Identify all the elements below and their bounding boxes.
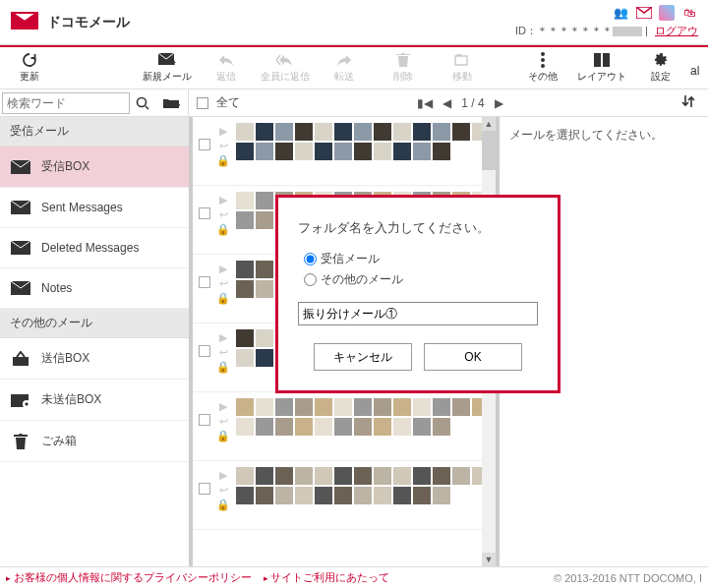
lock-icon: 🔒 [216,223,230,236]
id-masked [613,27,642,36]
search-button[interactable] [130,89,155,117]
svg-rect-9 [603,53,610,67]
header-quick-icons: 👥 🛍 [612,4,698,22]
envelope-icon [10,280,31,296]
lock-icon: 🔒 [216,154,230,167]
reply-icon [217,52,235,68]
flag-icon: ▶ [219,263,227,275]
reply-all-label: 全員に返信 [261,70,310,84]
flag-icon: ▶ [219,125,227,138]
dialog-title: フォルダ名を入力してください。 [298,219,538,237]
logout-link[interactable]: ログアウ [655,25,698,36]
sep: | [645,25,651,36]
svg-point-10 [138,97,147,106]
forward-icon [335,52,353,68]
row-checkbox[interactable] [199,207,210,219]
row-indicators: ▶↩🔒 [216,400,230,442]
scroll-up-button[interactable]: ▲ [482,117,496,131]
layout-icon [593,52,611,68]
radio-other[interactable]: その他のメール [304,271,538,288]
trash-icon [394,52,412,68]
preview-empty-message: メールを選択してください。 [509,128,663,142]
cancel-button[interactable]: キャンセル [314,343,412,371]
search-input[interactable] [2,92,130,114]
radio-received[interactable]: 受信メール [304,251,538,267]
row-checkbox[interactable] [199,139,210,150]
scroll-thumb[interactable] [482,131,496,170]
page-prev-button[interactable]: ◀ [442,96,451,110]
envelope-icon [10,200,31,215]
dots-icon [534,52,552,68]
sidebar-item-deleted[interactable]: Deleted Messages [0,228,189,268]
sidebar-item-outbox[interactable]: 送信BOX [0,338,189,380]
row-indicators: ▶↩🔒 [216,194,230,236]
scroll-down-button[interactable]: ▼ [482,553,496,566]
select-all-label: 全て [216,94,240,111]
select-all-checkbox[interactable] [197,97,208,109]
store-icon[interactable]: 🛍 [680,4,698,22]
reply-indicator-icon: ↩ [219,415,228,428]
settings-button[interactable]: 設定 [631,46,690,90]
row-indicators: ▶↩🔒 [216,331,230,374]
svg-point-5 [541,52,545,56]
gear-icon [652,52,670,68]
flag-icon: ▶ [219,194,227,206]
draft-icon [10,392,31,408]
sidebar-item-sent[interactable]: Sent Messages [0,188,189,228]
sidebar: 受信メール 受信BOX Sent Messages Deleted Messag… [0,117,193,566]
reply-indicator-icon: ↩ [219,484,228,497]
reply-all-icon [276,52,294,68]
folder-dropdown[interactable] [155,89,189,117]
mail-logo-icon [10,10,39,34]
apps-icon[interactable] [659,5,675,21]
sidebar-label: Sent Messages [41,201,123,214]
mail-row[interactable]: ▶↩🔒 [193,461,496,530]
row-checkbox[interactable] [199,483,210,495]
svg-point-7 [541,64,545,68]
row-checkbox[interactable] [199,276,210,288]
sidebar-item-trash[interactable]: ごみ箱 [0,421,189,462]
sidebar-item-drafts[interactable]: 未送信BOX [0,380,189,421]
contacts-icon[interactable]: 👥 [612,4,629,22]
row-indicators: ▶↩🔒 [216,469,230,511]
page-next-button[interactable]: ▶ [495,96,503,110]
lock-icon: 🔒 [216,292,230,305]
envelope-icon [10,159,31,175]
sidebar-label: 送信BOX [41,350,89,367]
row-indicators: ▶↩🔒 [216,263,230,305]
terms-link[interactable]: サイトご利用にあたって [264,570,390,585]
page-indicator: 1 / 4 [461,96,484,110]
sidebar-item-notes[interactable]: Notes [0,268,189,309]
privacy-link[interactable]: お客様の個人情報に関するプライバシーポリシー [6,570,252,585]
ok-button[interactable]: OK [424,343,522,371]
svg-rect-4 [455,56,467,65]
other-button[interactable]: その他 [513,46,572,90]
lock-icon: 🔒 [216,430,230,442]
radio-other-input[interactable] [304,273,317,286]
toolbar: 更新 +新規メール 返信 全員に返信 転送 削除 移動 その他 レイアウト 設定… [0,45,708,89]
row-thumb [236,398,490,436]
svg-point-6 [541,58,545,62]
layout-button[interactable]: レイアウト [572,46,631,90]
refresh-button[interactable]: 更新 [0,46,59,90]
mail-row[interactable]: ▶↩🔒 [193,392,496,461]
reply-indicator-icon: ↩ [219,277,228,290]
radio-received-input[interactable] [304,253,317,265]
envelope-icon [10,240,31,256]
page-first-button[interactable]: ▮◀ [417,96,433,110]
overflow-label: al [690,58,708,78]
row-checkbox[interactable] [199,414,210,426]
sidebar-label: ごみ箱 [41,433,77,449]
sort-button[interactable] [680,94,700,111]
compose-button[interactable]: +新規メール [138,46,197,90]
row-checkbox[interactable] [199,345,210,357]
sidebar-item-inbox[interactable]: 受信BOX [0,147,189,188]
mail-row[interactable]: ▶↩🔒 [193,117,496,186]
copyright: © 2013-2016 NTT DOCOMO, I [554,572,702,584]
svg-rect-8 [594,53,601,67]
sidebar-group-other: その他のメール [0,309,189,338]
lock-icon: 🔒 [216,499,230,511]
trash-icon [10,434,31,449]
mail-icon[interactable] [635,4,653,22]
folder-name-input[interactable] [298,302,538,325]
